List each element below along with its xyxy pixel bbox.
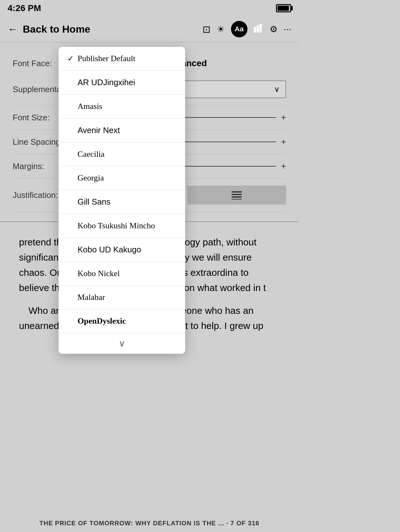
font-option-kobo-ud-kakugo[interactable]: ✓ Kobo UD Kakugo	[59, 238, 185, 262]
checkmark-icon: ✓	[67, 54, 78, 63]
nav-title[interactable]: Back to Home	[23, 23, 90, 35]
line-spacing-plus[interactable]: +	[281, 137, 286, 147]
font-label-georgia: Georgia	[78, 173, 176, 183]
orientation-icon[interactable]: ⊡	[203, 24, 210, 35]
font-label-kobo-nickel: Kobo Nickel	[78, 269, 176, 278]
margins-plus[interactable]: +	[281, 161, 286, 171]
status-right	[276, 4, 291, 12]
more-icon[interactable]: ···	[284, 24, 291, 34]
font-option-georgia[interactable]: ✓ Georgia	[59, 166, 185, 190]
font-option-amasis[interactable]: ✓ Amasis	[59, 95, 185, 118]
font-label-kobo-ud-kakugo: Kobo UD Kakugo	[78, 245, 176, 255]
font-option-gill-sans[interactable]: ✓ Gill Sans	[59, 190, 185, 214]
font-option-opendyslexic[interactable]: ✓ OpenDyslexic	[59, 309, 185, 333]
font-label-kobo-tsukushi-mincho: Kobo Tsukushi Mincho	[78, 221, 176, 231]
nav-right: ⊡ ☀ Aa ⚙ ···	[203, 21, 291, 37]
svg-rect-10	[232, 199, 242, 200]
font-label-opendyslexic: OpenDyslexic	[78, 316, 176, 326]
book-footer-text: THE PRICE OF TOMORROW: WHY DEFLATION IS …	[39, 520, 259, 527]
font-option-kobo-tsukushi-mincho[interactable]: ✓ Kobo Tsukushi Mincho	[59, 214, 185, 238]
svg-rect-0	[254, 27, 256, 33]
battery-icon	[276, 4, 291, 12]
justify-full-button[interactable]	[187, 186, 286, 205]
font-option-publisher-default[interactable]: ✓ Publisher Default	[59, 47, 185, 71]
brightness-icon[interactable]: ☀	[217, 24, 225, 35]
font-button[interactable]: Aa	[231, 21, 247, 37]
font-size-plus[interactable]: +	[281, 112, 286, 123]
svg-rect-1	[257, 25, 259, 33]
font-option-caecilia[interactable]: ✓ Caecilia	[59, 142, 185, 166]
font-label-avenir-next: Avenir Next	[78, 125, 176, 135]
settings-icon[interactable]: ⚙	[270, 24, 278, 35]
status-bar: 4:26 PM	[0, 0, 299, 16]
chevron-down-icon: ∨	[119, 338, 125, 349]
stats-icon[interactable]	[254, 24, 263, 35]
dropdown-show-more[interactable]: ∨	[59, 333, 185, 354]
svg-rect-7	[232, 191, 242, 193]
book-footer: THE PRICE OF TOMORROW: WHY DEFLATION IS …	[0, 515, 299, 532]
font-label-ar-udjingxihei: AR UDJingxihei	[78, 78, 176, 87]
svg-rect-8	[232, 194, 242, 195]
nav-left: ← Back to Home	[8, 23, 90, 35]
font-option-malabar[interactable]: ✓ Malabar	[59, 286, 185, 309]
font-label-publisher-default: Publisher Default	[78, 54, 176, 63]
font-option-avenir-next[interactable]: ✓ Avenir Next	[59, 118, 185, 142]
font-label-caecilia: Caecilia	[78, 149, 176, 159]
font-option-ar-udjingxihei[interactable]: ✓ AR UDJingxihei	[59, 71, 185, 95]
supplemental-chevron-icon: ∨	[274, 85, 280, 94]
svg-rect-2	[259, 24, 262, 33]
svg-rect-9	[232, 196, 242, 198]
font-face-dropdown: ✓ Publisher Default ✓ AR UDJingxihei ✓ A…	[59, 47, 185, 354]
status-time: 4:26 PM	[8, 3, 41, 13]
font-option-kobo-nickel[interactable]: ✓ Kobo Nickel	[59, 262, 185, 286]
nav-bar: ← Back to Home ⊡ ☀ Aa ⚙ ···	[0, 16, 299, 42]
font-label-malabar: Malabar	[78, 293, 176, 302]
font-label-amasis: Amasis	[78, 102, 176, 111]
font-label-gill-sans: Gill Sans	[78, 197, 176, 207]
back-arrow-icon[interactable]: ←	[8, 23, 18, 35]
